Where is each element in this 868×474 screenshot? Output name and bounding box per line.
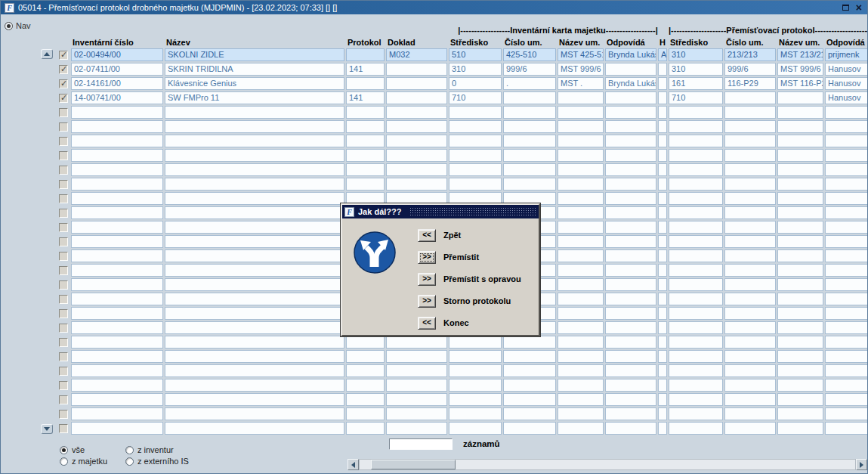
close-icon[interactable]: × bbox=[856, 2, 862, 14]
table-cell[interactable] bbox=[724, 336, 776, 349]
table-cell[interactable] bbox=[777, 163, 823, 176]
scrollbar-thumb[interactable] bbox=[371, 460, 456, 469]
table-cell[interactable]: Klávesnice Genius bbox=[165, 77, 344, 90]
table-cell[interactable] bbox=[386, 350, 447, 363]
row-checkbox[interactable] bbox=[59, 223, 68, 232]
table-cell[interactable] bbox=[71, 135, 163, 147]
table-cell[interactable] bbox=[724, 379, 776, 392]
table-cell[interactable] bbox=[71, 336, 163, 349]
row-checkbox[interactable] bbox=[59, 180, 68, 189]
table-cell[interactable]: MST 999/6 bbox=[558, 63, 604, 76]
table-cell[interactable] bbox=[777, 249, 823, 262]
table-cell[interactable] bbox=[449, 149, 502, 162]
row-checkbox[interactable] bbox=[59, 151, 68, 160]
table-cell[interactable]: 999/6 bbox=[503, 63, 556, 76]
table-cell[interactable] bbox=[658, 206, 667, 219]
table-cell[interactable] bbox=[71, 264, 163, 277]
table-cell[interactable] bbox=[165, 235, 344, 248]
table-cell[interactable] bbox=[825, 336, 867, 349]
table-cell[interactable] bbox=[449, 393, 502, 406]
table-cell[interactable]: MST . bbox=[558, 77, 604, 90]
table-cell[interactable] bbox=[658, 91, 667, 104]
table-cell[interactable] bbox=[724, 106, 776, 119]
table-cell[interactable] bbox=[346, 178, 385, 191]
table-cell[interactable] bbox=[724, 422, 776, 435]
table-cell[interactable] bbox=[165, 321, 344, 334]
table-cell[interactable] bbox=[386, 393, 447, 406]
table-row[interactable] bbox=[57, 364, 867, 377]
table-cell[interactable] bbox=[346, 149, 385, 162]
row-checkbox[interactable] bbox=[59, 395, 68, 404]
table-cell[interactable] bbox=[658, 321, 667, 334]
table-cell[interactable] bbox=[558, 192, 604, 205]
radio-z-inventur[interactable]: z inventur bbox=[125, 445, 174, 454]
table-cell[interactable] bbox=[724, 235, 776, 248]
table-cell[interactable] bbox=[449, 135, 502, 147]
table-cell[interactable] bbox=[658, 163, 667, 176]
table-cell[interactable]: Brynda Lukáš bbox=[605, 77, 656, 90]
table-cell[interactable] bbox=[724, 249, 776, 262]
table-cell[interactable] bbox=[165, 278, 344, 291]
table-cell[interactable] bbox=[346, 163, 385, 176]
table-cell[interactable] bbox=[825, 106, 867, 119]
table-cell[interactable] bbox=[777, 321, 823, 334]
table-cell[interactable] bbox=[658, 63, 667, 76]
table-cell[interactable] bbox=[658, 393, 667, 406]
table-cell[interactable] bbox=[825, 249, 867, 262]
table-cell[interactable] bbox=[558, 336, 604, 349]
table-cell[interactable] bbox=[346, 350, 385, 363]
table-row[interactable] bbox=[57, 178, 867, 191]
table-cell[interactable] bbox=[669, 364, 723, 377]
table-cell[interactable] bbox=[777, 120, 823, 133]
dialog-titlebar[interactable]: F Jak dál??? bbox=[342, 205, 539, 218]
row-checkbox[interactable] bbox=[59, 237, 68, 246]
table-row[interactable] bbox=[57, 393, 867, 406]
table-cell[interactable] bbox=[669, 135, 723, 147]
table-cell[interactable] bbox=[71, 364, 163, 377]
table-cell[interactable] bbox=[386, 120, 447, 133]
table-cell[interactable] bbox=[503, 336, 556, 349]
table-cell[interactable] bbox=[71, 379, 163, 392]
row-checkbox[interactable] bbox=[59, 137, 68, 146]
table-cell[interactable] bbox=[724, 163, 776, 176]
table-cell[interactable] bbox=[825, 350, 867, 363]
horizontal-scrollbar[interactable] bbox=[348, 459, 867, 470]
table-cell[interactable] bbox=[503, 407, 556, 420]
table-cell[interactable] bbox=[669, 307, 723, 320]
table-cell[interactable] bbox=[658, 293, 667, 305]
table-cell[interactable] bbox=[669, 192, 723, 205]
table-cell[interactable] bbox=[669, 379, 723, 392]
table-cell[interactable]: 310 bbox=[669, 48, 723, 61]
table-cell[interactable] bbox=[724, 321, 776, 334]
dialog-button-premistit-s-opravou[interactable]: >> bbox=[418, 273, 436, 286]
dialog-button-premistit[interactable]: >> bbox=[418, 251, 436, 264]
table-row[interactable]: 14-00741/00SW FMPro 11141710710Hanusov bbox=[57, 91, 867, 104]
table-cell[interactable] bbox=[669, 422, 723, 435]
table-cell[interactable] bbox=[346, 77, 385, 90]
table-cell[interactable]: 141 bbox=[346, 63, 385, 76]
table-cell[interactable] bbox=[724, 206, 776, 219]
table-cell[interactable] bbox=[658, 77, 667, 90]
table-cell[interactable] bbox=[825, 264, 867, 277]
table-cell[interactable] bbox=[669, 407, 723, 420]
table-cell[interactable] bbox=[669, 321, 723, 334]
table-cell[interactable] bbox=[503, 364, 556, 377]
row-checkbox[interactable] bbox=[59, 252, 68, 261]
table-cell[interactable] bbox=[605, 278, 656, 291]
table-cell[interactable] bbox=[71, 350, 163, 363]
dialog-button-konec[interactable]: << bbox=[418, 317, 436, 330]
table-cell[interactable] bbox=[777, 379, 823, 392]
table-cell[interactable]: 710 bbox=[449, 91, 502, 104]
table-cell[interactable] bbox=[346, 379, 385, 392]
table-cell[interactable] bbox=[558, 407, 604, 420]
table-cell[interactable]: Hanusov bbox=[825, 91, 867, 104]
table-cell[interactable] bbox=[658, 336, 667, 349]
table-cell[interactable] bbox=[558, 221, 604, 234]
table-cell[interactable] bbox=[724, 178, 776, 191]
table-cell[interactable] bbox=[71, 407, 163, 420]
scroll-right-button[interactable] bbox=[856, 459, 867, 470]
table-cell[interactable] bbox=[386, 135, 447, 147]
table-cell[interactable] bbox=[71, 206, 163, 219]
table-cell[interactable] bbox=[165, 206, 344, 219]
table-cell[interactable] bbox=[669, 178, 723, 191]
